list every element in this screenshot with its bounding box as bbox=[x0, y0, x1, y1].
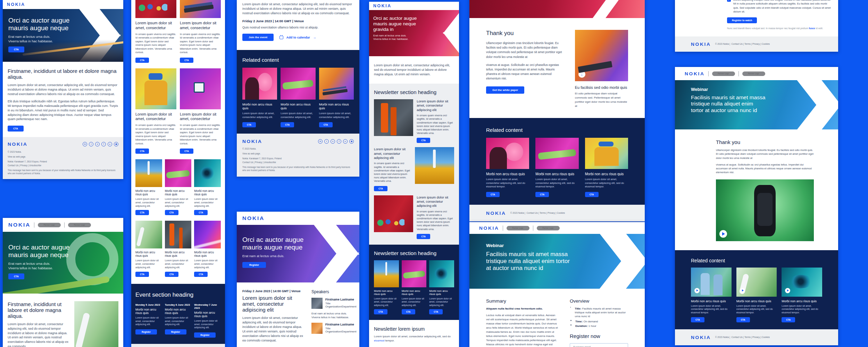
card: Morbi non arcu risus quis Lorem ipsum do… bbox=[242, 68, 277, 127]
checkbox-checked-icon[interactable] bbox=[727, 0, 731, 2]
event-meta: Friday 2 June 2023 | 14:00 GMT | Venue bbox=[242, 289, 304, 293]
card-body: Lorem ipsum dolor sit amet, consectetur … bbox=[165, 259, 192, 269]
add-to-calendar-link[interactable]: Add to calendar bbox=[286, 36, 310, 39]
card-title: Morbi non arcu risus quis bbox=[402, 289, 427, 296]
card-cta-button[interactable]: CTA bbox=[135, 58, 149, 63]
instagram-icon[interactable]: o bbox=[331, 139, 335, 144]
greeting-heading: Firstname, incididunt ut labore et dolor… bbox=[8, 301, 69, 319]
hero-cta-button[interactable]: CTA bbox=[8, 46, 24, 52]
video-thumbnail-car[interactable] bbox=[716, 179, 814, 241]
play-icon[interactable] bbox=[785, 288, 790, 293]
card-cta-button[interactable]: CTA bbox=[165, 210, 178, 215]
instagram-icon[interactable]: o bbox=[95, 142, 100, 146]
feature-cta-button[interactable]: CTA bbox=[374, 186, 387, 191]
template-card-grid-email: Lorem ipsum dolor sit amet, consectetur … bbox=[131, 0, 225, 347]
social-icons: in t o f ▸ ▣ bbox=[318, 139, 354, 144]
form-column: Donec adipiscing tristique risus nec feu… bbox=[727, 0, 831, 30]
card-title: Morbi non arcu risus quis bbox=[194, 189, 221, 196]
twitter-icon[interactable]: t bbox=[89, 142, 93, 146]
hero-cta-button[interactable]: CTA bbox=[8, 273, 24, 279]
youtube-icon[interactable]: ▸ bbox=[343, 139, 348, 144]
card-cta-button[interactable]: CTA bbox=[374, 309, 387, 314]
photo-wind-turbine bbox=[374, 260, 399, 287]
card-cta-button[interactable]: CTA bbox=[736, 317, 750, 322]
play-icon[interactable] bbox=[719, 230, 727, 238]
card-cta-button[interactable]: CTA bbox=[782, 317, 795, 322]
card-cta-button[interactable]: CTA bbox=[135, 149, 149, 154]
community-icon[interactable]: ▣ bbox=[349, 139, 354, 144]
facebook-icon[interactable]: f bbox=[101, 142, 106, 146]
card-cta-button[interactable]: CTA bbox=[402, 309, 415, 314]
video-thumb-robot-lettuce[interactable] bbox=[736, 268, 777, 297]
email-header: NOKIA bbox=[237, 212, 359, 225]
register-to-watch-button[interactable]: Register to watch bbox=[727, 17, 757, 23]
card-cta-button[interactable]: CTA bbox=[429, 309, 443, 314]
intro-paragraph: Lorem ipsum dolor sit amet, consectetur … bbox=[242, 2, 354, 16]
card-cta-button[interactable]: CTA bbox=[691, 317, 704, 322]
calendar-icon bbox=[279, 36, 283, 39]
card-cta-button[interactable]: CTA bbox=[180, 58, 193, 63]
intro-paragraph: Lorem ipsum dolor sit amet, consectetur … bbox=[374, 63, 454, 77]
card-cta-button[interactable]: CTA bbox=[194, 210, 208, 215]
card-cta-button[interactable]: CTA bbox=[281, 122, 294, 127]
play-icon[interactable] bbox=[694, 288, 700, 293]
feature-cta-button[interactable]: CTA bbox=[417, 234, 430, 239]
hero-teal: Webinar Facilisis mauris sit amet massa … bbox=[469, 234, 645, 289]
footer-links[interactable]: Contact Us | Terms | Privacy | Cookies bbox=[527, 211, 565, 214]
card-cta-button[interactable]: CTA bbox=[242, 122, 256, 127]
view-web-page-link[interactable]: View as web page. bbox=[8, 155, 118, 158]
community-icon[interactable]: ▣ bbox=[114, 142, 118, 146]
register-button[interactable]: Register bbox=[194, 332, 216, 338]
fusce-link[interactable]: fusce bbox=[809, 27, 815, 29]
linkedin-icon[interactable]: in bbox=[318, 139, 323, 144]
join-event-button[interactable]: Join the event bbox=[242, 34, 274, 41]
twitter-icon[interactable]: t bbox=[324, 139, 329, 144]
register-button[interactable]: Register bbox=[165, 329, 186, 335]
footer-links[interactable]: Contact Us | Terms | Privacy | Cookies bbox=[732, 336, 770, 339]
event-details-column: Friday 2 June 2023 | 14:00 GMT | Venue L… bbox=[242, 289, 304, 343]
video-thumb-ar-eye[interactable] bbox=[782, 268, 822, 297]
card-title: Morbi non arcu risus quis bbox=[165, 251, 192, 257]
get-whitepaper-button[interactable]: Get the white paper bbox=[486, 86, 524, 94]
youtube-icon[interactable]: ▸ bbox=[108, 142, 112, 146]
footer-links[interactable]: Contact Us | Privacy | Unsubscribe bbox=[242, 161, 354, 164]
register-button[interactable]: Register bbox=[135, 329, 157, 335]
body-section: Thank you Ullamcorper dignissim cras tin… bbox=[675, 129, 838, 250]
nokia-logo: NOKIA bbox=[7, 2, 25, 7]
footer-links[interactable]: Contact Us | Terms | Privacy | Cookies bbox=[732, 42, 770, 45]
related-content-heading: Related content bbox=[486, 127, 628, 133]
aside-title: Eu facilisis sed odio morbi quis bbox=[575, 85, 628, 90]
card: Morbi non arcu risus quis Lorem ipsum do… bbox=[135, 159, 162, 215]
business-email-input[interactable] bbox=[570, 343, 628, 347]
card-cta-button[interactable]: CTA bbox=[135, 272, 149, 277]
eiusmod-link[interactable]: eiusmod bbox=[374, 339, 384, 342]
view-web-page-link[interactable]: View as web page. bbox=[242, 152, 354, 155]
footer-links[interactable]: Contact Us | Privacy | Unsubscribe bbox=[8, 164, 118, 167]
card-title: Morbi non arcu risus quis bbox=[165, 189, 192, 196]
card-cta-button[interactable]: CTA bbox=[135, 210, 149, 215]
video-thumb-medics[interactable] bbox=[691, 268, 732, 297]
card-cta-button[interactable]: CTA bbox=[486, 192, 500, 197]
card-cta-button[interactable]: CTA bbox=[165, 272, 178, 277]
event-days-row: Monday 5 June 2023 Morbi non arcu risus … bbox=[135, 303, 221, 338]
download-icon[interactable]: ↓ bbox=[578, 71, 585, 78]
thank-you-heading: Thank you bbox=[486, 30, 563, 37]
event-date: Tuesday 6 June 2023 bbox=[165, 303, 192, 306]
card: Morbi non arcu risus quis Lorem ipsum do… bbox=[319, 68, 354, 127]
overview-item: Title: Facilisis mauris sit amet massa t… bbox=[570, 307, 628, 319]
body-cta-button[interactable]: CTA bbox=[8, 126, 24, 132]
feature-cta-button[interactable]: CTA bbox=[417, 138, 430, 143]
card-cta-button[interactable]: CTA bbox=[585, 192, 599, 197]
linkedin-icon[interactable]: in bbox=[83, 142, 87, 146]
register-button[interactable]: Register bbox=[242, 262, 266, 268]
card-cta-button[interactable]: CTA bbox=[535, 192, 549, 197]
facebook-icon[interactable]: f bbox=[337, 139, 341, 144]
card: Morbi non arcu risus quis Lorem ipsum do… bbox=[165, 221, 192, 277]
card-cta-button[interactable]: CTA bbox=[319, 122, 333, 127]
card-cta-button[interactable]: CTA bbox=[180, 149, 193, 154]
play-icon[interactable] bbox=[740, 288, 745, 293]
email-footer-slim: NOKIA © 2023 Nokia | Contact Us | Terms … bbox=[675, 36, 838, 52]
card-cta-button[interactable]: CTA bbox=[194, 272, 208, 277]
photo-robot-lettuce bbox=[74, 301, 118, 347]
partner-logo: Partner Logo bbox=[68, 223, 91, 227]
